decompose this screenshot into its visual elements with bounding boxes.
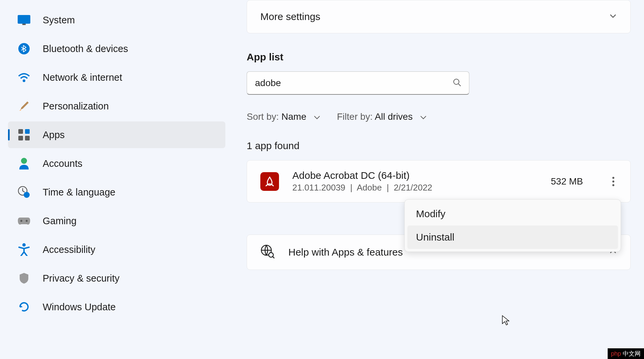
more-settings-card[interactable]: More settings — [247, 0, 631, 33]
svg-point-11 — [20, 220, 22, 222]
sidebar-item-label: Apps — [43, 129, 65, 140]
apps-found-text: 1 app found — [247, 140, 631, 151]
adobe-acrobat-icon — [260, 172, 279, 191]
modify-menu-item[interactable]: Modify — [407, 202, 618, 226]
svg-rect-1 — [22, 24, 26, 25]
sidebar-item-privacy[interactable]: Privacy & security — [8, 265, 225, 292]
sort-label: Sort by: — [247, 111, 279, 122]
sidebar-item-label: System — [43, 15, 75, 26]
help-label: Help with Apps & features — [288, 247, 403, 258]
filter-value: All drives — [375, 111, 413, 122]
sort-value: Name — [281, 111, 306, 122]
chevron-down-icon — [609, 12, 617, 21]
filter-label: Filter by: — [337, 111, 373, 122]
chevron-down-icon — [420, 111, 427, 122]
cursor-icon — [502, 315, 510, 326]
svg-rect-7 — [25, 136, 30, 140]
sidebar-item-gaming[interactable]: Gaming — [8, 208, 225, 234]
shield-icon — [17, 272, 31, 285]
sidebar-item-label: Accounts — [43, 158, 82, 169]
svg-point-14 — [454, 79, 459, 84]
sidebar: System Bluetooth & devices Network & int… — [0, 0, 233, 359]
watermark: php 中文网 — [608, 348, 644, 359]
svg-rect-6 — [18, 136, 23, 140]
wifi-icon — [17, 71, 31, 84]
sidebar-item-label: Network & internet — [43, 72, 122, 83]
sidebar-item-label: Time & language — [43, 187, 115, 198]
app-info: Adobe Acrobat DC (64-bit) 21.011.20039 |… — [292, 170, 538, 193]
svg-point-3 — [23, 79, 25, 82]
search-wrap — [247, 71, 469, 95]
sidebar-item-system[interactable]: System — [8, 7, 225, 33]
update-icon — [17, 300, 31, 314]
sidebar-item-windows-update[interactable]: Windows Update — [8, 294, 225, 320]
svg-rect-0 — [18, 15, 30, 24]
app-row[interactable]: Adobe Acrobat DC (64-bit) 21.011.20039 |… — [247, 160, 631, 203]
paintbrush-icon — [17, 99, 31, 113]
gamepad-icon — [17, 214, 31, 228]
person-icon — [17, 157, 31, 170]
monitor-icon — [17, 13, 31, 27]
sidebar-item-label: Accessibility — [43, 244, 95, 255]
accessibility-icon — [17, 243, 31, 256]
filter-row: Sort by: Name Filter by: All drives — [247, 111, 631, 122]
app-more-button[interactable] — [610, 174, 617, 189]
svg-point-8 — [21, 158, 27, 164]
sidebar-item-label: Personalization — [43, 101, 109, 112]
chevron-down-icon — [314, 111, 320, 122]
sidebar-item-time-language[interactable]: Time & language — [8, 179, 225, 206]
app-search-input[interactable] — [247, 71, 469, 95]
bluetooth-icon — [17, 42, 31, 55]
svg-point-10 — [24, 192, 30, 198]
svg-rect-5 — [25, 129, 30, 134]
sidebar-item-label: Windows Update — [43, 302, 116, 313]
sidebar-item-personalization[interactable]: Personalization — [8, 93, 225, 119]
more-settings-label: More settings — [260, 11, 320, 22]
uninstall-menu-item[interactable]: Uninstall — [407, 226, 618, 249]
svg-point-12 — [26, 220, 28, 222]
svg-point-16 — [269, 253, 273, 257]
search-icon[interactable] — [453, 78, 461, 88]
sidebar-item-accessibility[interactable]: Accessibility — [8, 236, 225, 263]
app-list-heading: App list — [247, 51, 631, 63]
main-content: More settings App list Sort by: Name Fil… — [233, 0, 644, 359]
filter-by-dropdown[interactable]: Filter by: All drives — [337, 111, 427, 122]
sidebar-item-bluetooth[interactable]: Bluetooth & devices — [8, 35, 225, 62]
svg-point-13 — [22, 243, 26, 247]
globe-search-icon — [260, 244, 275, 260]
sort-by-dropdown[interactable]: Sort by: Name — [247, 111, 320, 122]
sidebar-item-accounts[interactable]: Accounts — [8, 150, 225, 177]
sidebar-item-label: Bluetooth & devices — [43, 43, 128, 54]
app-size: 532 MB — [551, 176, 583, 187]
app-name: Adobe Acrobat DC (64-bit) — [292, 170, 538, 181]
app-meta: 21.011.20039 | Adobe | 2/21/2022 — [292, 183, 538, 193]
sidebar-item-label: Privacy & security — [43, 273, 119, 284]
apps-icon — [17, 128, 31, 141]
sidebar-item-apps[interactable]: Apps — [8, 121, 225, 148]
clock-globe-icon — [17, 186, 31, 199]
svg-rect-4 — [18, 129, 23, 134]
app-context-menu: Modify Uninstall — [404, 199, 621, 252]
sidebar-item-label: Gaming — [43, 216, 77, 227]
sidebar-item-network[interactable]: Network & internet — [8, 64, 225, 91]
